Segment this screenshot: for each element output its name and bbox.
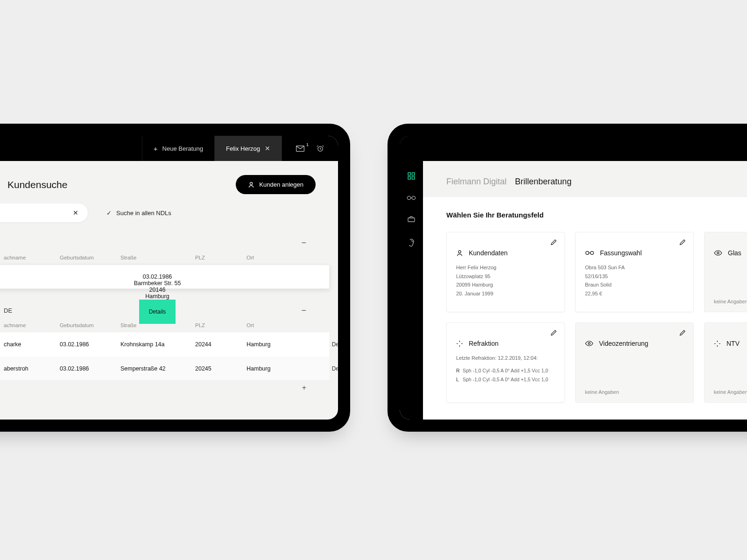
- glasses-icon[interactable]: [407, 196, 416, 200]
- page-title: Kundensuche: [7, 179, 67, 190]
- card-line: Lützowplatz 95: [456, 272, 555, 281]
- create-customer-button[interactable]: Kunden anlegen: [236, 175, 316, 194]
- cell-city: Hamburg: [247, 365, 317, 372]
- card-title: NTV: [726, 340, 740, 347]
- mail-icon[interactable]: 1: [296, 146, 304, 152]
- tab-active-customer[interactable]: Felix Herzog ✕: [214, 136, 282, 161]
- card-title: Glas: [728, 249, 741, 257]
- card-kundendaten[interactable]: Kundendaten Herr Felix Herzog Lützowplat…: [446, 232, 565, 312]
- edit-icon[interactable]: [550, 329, 557, 336]
- result-group-header[interactable]: −: [0, 233, 330, 251]
- dashboard-icon[interactable]: [408, 172, 415, 180]
- topbar-right: + Neue Beratung: [400, 136, 747, 161]
- tab-new-label: Neue Beratung: [162, 145, 203, 152]
- alarm-icon[interactable]: [317, 145, 324, 152]
- col-lastname: achname: [4, 255, 60, 260]
- eye-icon: [585, 341, 593, 346]
- panel-title: Wählen Sie Ihr Beratungsfeld: [446, 211, 747, 219]
- edit-icon[interactable]: [679, 329, 686, 336]
- check-icon: ✓: [106, 210, 112, 217]
- svg-rect-5: [408, 177, 411, 180]
- card-videozentrierung[interactable]: Videozentrierung keine Angaben: [575, 322, 694, 403]
- topbar-icons: 1: [282, 136, 338, 161]
- expand-icon[interactable]: +: [302, 384, 306, 392]
- card-line: Braun Solid: [585, 280, 684, 289]
- card-line: Obra 503 Sun FA: [585, 263, 684, 272]
- card-title: Videozentrierung: [599, 340, 648, 347]
- col-zip: PLZ: [195, 255, 247, 260]
- breadcrumb: Fielmann Digital Brillenberatung: [423, 161, 747, 197]
- card-footer: keine Angaben: [714, 389, 747, 395]
- svg-rect-3: [408, 173, 411, 175]
- tablet-left: + Neue Beratung Felix Herzog ✕ 1: [0, 124, 350, 432]
- target-icon: [456, 340, 463, 347]
- col-city: Ort: [247, 255, 317, 260]
- cell-lastname: aberstroh: [4, 365, 60, 372]
- card-fassungswahl[interactable]: Fassungswahl Obra 503 Sun FA 52/16/135 B…: [575, 232, 694, 312]
- edit-icon[interactable]: [679, 239, 686, 246]
- breadcrumb-brand: Fielmann Digital: [446, 177, 507, 187]
- side-rail: [400, 136, 423, 420]
- cell-street: Krohnskamp 14a: [120, 341, 195, 348]
- table-row[interactable]: aberstroh 03.02.1986 Semperstraße 42 202…: [0, 357, 330, 381]
- svg-point-12: [717, 252, 719, 254]
- svg-point-2: [250, 182, 253, 184]
- cell-lastname: charke: [4, 341, 60, 348]
- mail-badge: 1: [306, 142, 309, 147]
- plus-icon: +: [154, 145, 158, 152]
- details-button[interactable]: Details: [322, 332, 338, 357]
- svg-point-13: [588, 343, 590, 344]
- card-line: 20099 Hamburg: [456, 280, 555, 289]
- cell-birthdate: 03.02.1986: [60, 341, 120, 348]
- tab-new-consultation[interactable]: + Neue Beratung: [142, 136, 214, 161]
- card-title: Refraktion: [469, 340, 499, 347]
- collapse-icon[interactable]: −: [301, 306, 306, 315]
- target-icon: [714, 340, 721, 347]
- svg-rect-4: [412, 173, 415, 175]
- ear-icon[interactable]: [408, 238, 415, 247]
- card-footer: keine Angaben: [585, 389, 684, 395]
- details-button[interactable]: Details: [139, 300, 176, 324]
- close-icon[interactable]: ✕: [265, 145, 270, 152]
- glasses-icon: [585, 251, 594, 255]
- col-street: Straße: [120, 255, 195, 260]
- cell-zip: 20245: [195, 365, 247, 372]
- table-row[interactable]: charke 03.02.1986 Krohnskamp 14a 20244 H…: [0, 332, 330, 357]
- col-zip: PLZ: [195, 322, 247, 328]
- filter-all-ndls[interactable]: ✓ Suche in allen NDLs: [106, 210, 171, 217]
- refraktion-line-l: LSph -1,0 Cyl -0,5 A 0° Add +1,5 Vcc 1,0: [456, 375, 555, 384]
- table-row[interactable]: int 03.02.1986 Barmbeker Str. 55 20146 H…: [0, 265, 330, 289]
- refraktion-line-r: RSph -1,0 Cyl -0,5 A 0° Add +1,5 Vcc 1,0: [456, 366, 555, 375]
- search-input[interactable]: ✕: [0, 203, 88, 222]
- card-title: Fassungswahl: [600, 249, 642, 257]
- collapse-icon[interactable]: −: [301, 238, 306, 248]
- svg-point-10: [586, 252, 589, 255]
- cell-city: Hamburg: [247, 341, 317, 348]
- cell-birthdate: 03.02.1986: [143, 273, 172, 280]
- group-label: DE: [4, 307, 12, 314]
- card-line: 52/16/135: [585, 272, 684, 281]
- card-line: 22,95 €: [585, 289, 684, 298]
- svg-point-9: [458, 250, 461, 252]
- col-birthdate: Geburtsdatum: [60, 255, 120, 260]
- card-refraktion[interactable]: Refraktion Letzte Refraktion: 12.2.2019,…: [446, 322, 565, 403]
- col-lastname: achname: [4, 322, 60, 328]
- card-ntv[interactable]: NTV keine Angaben: [704, 322, 747, 403]
- breadcrumb-page: Brillenberatung: [515, 177, 571, 187]
- details-button[interactable]: Details: [322, 357, 338, 381]
- cell-zip: 20146: [149, 287, 166, 293]
- edit-icon[interactable]: [550, 239, 557, 246]
- filter-label: Suche in allen NDLs: [116, 210, 171, 217]
- card-glas[interactable]: Glas keine Angaben: [704, 232, 747, 312]
- clear-search-icon[interactable]: ✕: [73, 209, 78, 217]
- card-title: Kundendaten: [469, 249, 507, 257]
- tray-icon[interactable]: [407, 216, 416, 223]
- cell-birthdate: 03.02.1986: [60, 365, 120, 372]
- topbar-left: + Neue Beratung Felix Herzog ✕ 1: [0, 136, 338, 161]
- eye-icon: [714, 250, 722, 256]
- card-footer: keine Angaben: [714, 299, 747, 304]
- table-header: achname Geburtsdatum Straße PLZ Ort: [0, 251, 330, 265]
- cell-street: Semperstraße 42: [120, 365, 195, 372]
- svg-point-7: [407, 196, 410, 199]
- card-subtitle: Letzte Refraktion: 12.2.2019, 12:04:: [456, 354, 555, 363]
